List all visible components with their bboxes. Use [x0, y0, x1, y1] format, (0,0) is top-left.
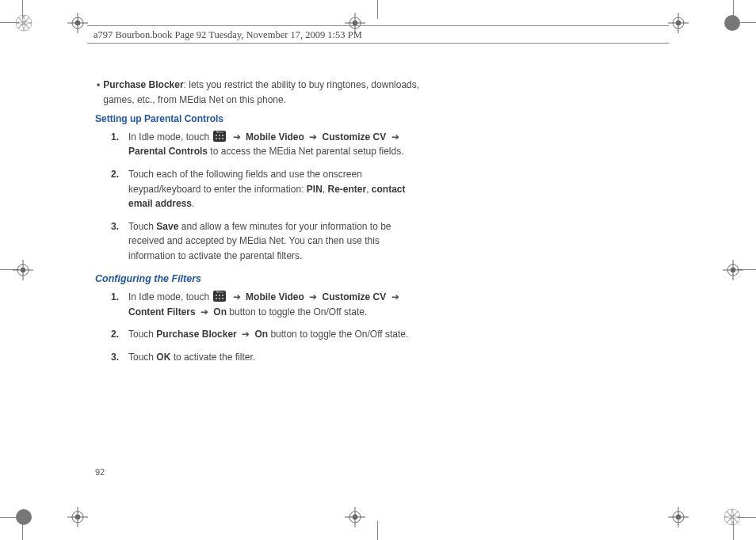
step-number: 1. — [111, 290, 128, 319]
text-bold: Purchase Blocker — [156, 329, 239, 340]
text: to activate the filter. — [170, 352, 255, 363]
text: , — [366, 184, 372, 195]
arrow-icon: ➔ — [304, 131, 323, 143]
step-number: 2. — [111, 327, 128, 342]
step-number: 1. — [111, 130, 128, 159]
text: , — [323, 184, 328, 195]
text-bold: Save — [156, 221, 178, 232]
list-item: 1. In Idle mode, touch ➔ Mobile Video ➔ … — [111, 290, 428, 319]
svg-point-1 — [724, 15, 740, 31]
text-bold: On — [254, 329, 268, 340]
text: . — [192, 198, 194, 209]
text: In Idle mode, touch — [128, 291, 212, 302]
step-body: In Idle mode, touch ➔ Mobile Video ➔ Cus… — [128, 130, 428, 159]
registration-mark-icon — [668, 13, 689, 33]
text-bold: PIN — [307, 184, 323, 195]
arrow-icon: ➔ — [304, 291, 323, 302]
star-mark-icon — [14, 13, 33, 32]
step-body: Touch Purchase Blocker ➔ On button to to… — [128, 327, 428, 342]
text-bold: Customize CV — [323, 131, 387, 143]
step-body: In Idle mode, touch ➔ Mobile Video ➔ Cus… — [128, 290, 428, 319]
step-body: Touch each of the following fields and u… — [128, 167, 428, 211]
menu-icon — [213, 131, 226, 142]
text-bold: On — [213, 306, 227, 318]
bullet-text: Purchase Blocker: lets you restrict the … — [103, 78, 428, 107]
text: Touch — [128, 352, 156, 363]
text-bold: Re-enter — [328, 184, 367, 195]
crop-mark — [377, 0, 378, 19]
text-bold: Mobile Video — [246, 291, 304, 302]
star-mark-icon — [723, 508, 742, 527]
text: Touch — [128, 329, 156, 340]
arrow-icon: ➔ — [239, 329, 254, 340]
header-rule — [87, 43, 669, 44]
arrow-icon: ➔ — [386, 291, 401, 302]
text-bold: Content Filters — [128, 306, 196, 318]
registration-mark-icon — [13, 260, 33, 280]
page-content: • Purchase Blocker: lets you restrict th… — [95, 78, 428, 372]
bullet-title: Purchase Blocker — [103, 79, 183, 90]
text: Touch — [128, 221, 156, 232]
text-bold: Parental Controls — [128, 146, 208, 157]
step-number: 3. — [111, 219, 128, 264]
star-mark-icon — [14, 508, 33, 527]
registration-mark-icon — [345, 507, 365, 527]
text: to access the MEdia Net parental setup f… — [208, 146, 403, 157]
registration-mark-icon — [67, 507, 88, 527]
star-mark-icon — [723, 13, 742, 32]
step-body: Touch OK to activate the filter. — [128, 350, 428, 365]
menu-icon — [213, 291, 226, 302]
crop-mark — [377, 521, 378, 540]
heading-setting-up: Setting up Parental Controls — [95, 112, 428, 127]
list-item: 3. Touch Save and allow a few minutes fo… — [111, 219, 428, 264]
registration-mark-icon — [723, 260, 743, 280]
page-number: 92 — [95, 467, 105, 477]
steps-filters: 1. In Idle mode, touch ➔ Mobile Video ➔ … — [95, 290, 428, 364]
text: In Idle mode, touch — [128, 131, 212, 143]
header-rule — [87, 25, 669, 26]
text-bold: Mobile Video — [246, 131, 304, 143]
list-item: 1. In Idle mode, touch ➔ Mobile Video ➔ … — [111, 130, 428, 159]
registration-mark-icon — [67, 13, 88, 33]
arrow-icon: ➔ — [227, 131, 246, 143]
list-item: 3. Touch OK to activate the filter. — [111, 350, 428, 365]
heading-configuring: Configuring the Filters — [95, 272, 428, 287]
arrow-icon: ➔ — [227, 291, 246, 302]
bullet-marker: • — [95, 78, 103, 107]
bullet-item: • Purchase Blocker: lets you restrict th… — [95, 78, 428, 107]
text: button to toggle the On/Off state. — [227, 306, 367, 318]
arrow-icon: ➔ — [196, 306, 214, 318]
list-item: 2. Touch each of the following fields an… — [111, 167, 428, 211]
header-text: a797 Bourbon.book Page 92 Tuesday, Novem… — [94, 29, 362, 41]
registration-mark-icon — [668, 507, 689, 527]
list-item: 2. Touch Purchase Blocker ➔ On button to… — [111, 327, 428, 342]
text: button to toggle the On/Off state. — [268, 329, 408, 340]
arrow-icon: ➔ — [386, 131, 401, 143]
step-number: 3. — [111, 350, 128, 365]
steps-parental: 1. In Idle mode, touch ➔ Mobile Video ➔ … — [95, 130, 428, 264]
text-bold: Customize CV — [323, 291, 387, 302]
text-bold: OK — [156, 352, 170, 363]
step-body: Touch Save and allow a few minutes for y… — [128, 219, 428, 264]
svg-point-2 — [16, 509, 32, 525]
step-number: 2. — [111, 167, 128, 211]
